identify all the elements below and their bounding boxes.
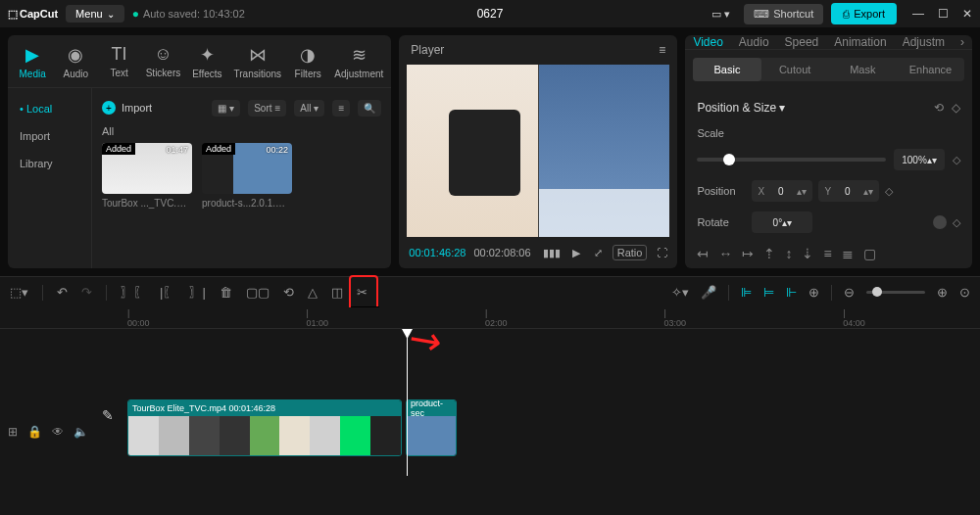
rotate-tool-icon[interactable]: ◫ [331, 285, 343, 300]
tab-audio-insp[interactable]: Audio [739, 35, 769, 49]
crop-tool-icon[interactable]: ✂ Crop [357, 285, 368, 300]
maximize-icon[interactable]: ☐ [938, 7, 949, 21]
align-center-h-icon[interactable]: ↔ [718, 246, 732, 261]
delete-icon[interactable]: 🗑 [220, 285, 232, 300]
reset-icon[interactable]: ⟲ [934, 101, 944, 115]
play-icon[interactable]: ▶ [572, 247, 580, 259]
subtab-basic[interactable]: Basic [693, 58, 760, 81]
sidebar-item-import[interactable]: Import [8, 123, 91, 149]
distribute-v-icon[interactable]: ≣ [842, 246, 854, 261]
undo-icon[interactable]: ↶ [57, 285, 68, 300]
export-button[interactable]: ⎙ Export [831, 3, 897, 24]
tab-animation[interactable]: Animation [834, 35, 886, 49]
snap-marker-icon[interactable]: ⊩ [786, 285, 797, 300]
close-icon[interactable]: ✕ [962, 7, 972, 21]
tab-transitions[interactable]: ⋈Transitions [230, 40, 286, 83]
track-visibility-icon[interactable]: 👁 [52, 425, 64, 439]
sidebar-item-library[interactable]: Library [8, 151, 91, 176]
align-right-icon[interactable]: ↦ [742, 246, 754, 261]
align-bottom-icon[interactable]: ⇣ [802, 246, 813, 261]
added-badge: Added [102, 143, 135, 155]
align-left-icon[interactable]: ↤ [697, 246, 709, 261]
player-menu-icon[interactable]: ≡ [659, 43, 665, 57]
tab-speed[interactable]: Speed [785, 35, 819, 49]
scale-value[interactable]: 100% ▴▾ [894, 149, 945, 170]
tab-audio[interactable]: ◉Audio [55, 40, 96, 83]
search-icon[interactable]: 🔍 [358, 100, 381, 117]
zoom-out-icon[interactable]: ⊖ [844, 285, 855, 300]
distribute-h-icon[interactable]: ≡ [823, 246, 831, 261]
sidebar-item-local[interactable]: • Local [8, 96, 91, 121]
timeline-clip[interactable]: TourBox Elite_TVC.mp4 00:01:46:28 [127, 399, 402, 456]
reverse-icon[interactable]: ⟲ [283, 285, 294, 300]
position-y-input[interactable]: Y0▴▾ [818, 180, 879, 202]
rotate-value[interactable]: 0° ▴▾ [752, 211, 812, 233]
track-header[interactable]: ⊞ 🔒 👁 🔈 [8, 409, 94, 454]
scale-keyframe-icon[interactable]: ◇ [953, 154, 960, 166]
clip-thumbnail[interactable]: Added 00:22 [202, 143, 292, 194]
snap-clip-icon[interactable]: ⊨ [763, 285, 774, 300]
clip-thumbnail[interactable]: Added 01:47 [102, 143, 192, 194]
minimize-icon[interactable]: — [912, 7, 924, 21]
tab-media[interactable]: ▶Media [12, 40, 53, 83]
trim-left-icon[interactable]: |〖 [160, 284, 175, 302]
tab-text[interactable]: TIText [98, 40, 139, 82]
redo-icon[interactable]: ↷ [81, 285, 92, 300]
snap-main-icon[interactable]: ⊫ [741, 285, 752, 300]
sort-button[interactable]: Sort ≡ [248, 100, 286, 117]
select-tool-icon[interactable]: ⬚▾ [10, 285, 28, 300]
ruler-mark: | 04:00 [843, 308, 865, 328]
mic-icon[interactable]: 🎤 [701, 285, 716, 300]
zoom-fit-icon[interactable]: ⊙ [959, 285, 970, 300]
tab-stickers[interactable]: ☺Stickers [142, 40, 185, 82]
tab-adjustment[interactable]: ≋Adjustment [330, 40, 387, 83]
subtab-cutout[interactable]: Cutout [761, 64, 829, 75]
tab-video[interactable]: Video [693, 35, 722, 49]
mirror-icon[interactable]: △ [308, 285, 318, 300]
rotate-keyframe-icon[interactable]: ◇ [953, 216, 960, 229]
track-lock-icon[interactable]: 🔒 [27, 425, 42, 439]
player-preview[interactable] [407, 65, 669, 237]
compare-icon[interactable]: ▮▮▮ [543, 247, 561, 259]
scale-slider[interactable] [697, 158, 886, 162]
tabs-scroll-icon[interactable]: › [960, 35, 964, 49]
tab-filters[interactable]: ◑Filters [287, 40, 328, 83]
project-name[interactable]: 0627 [477, 7, 504, 21]
magic-icon[interactable]: ✧▾ [671, 285, 689, 300]
subtab-enhance[interactable]: Enhance [897, 64, 964, 75]
position-x-input[interactable]: X0▴▾ [752, 180, 812, 202]
ratio-button[interactable]: Ratio [612, 245, 648, 260]
media-clip[interactable]: Added 01:47 TourBox ..._TVC.mp4 [102, 143, 192, 209]
menu-button[interactable]: Menu [66, 5, 124, 23]
align-top-icon[interactable]: ⇡ [763, 246, 775, 261]
position-keyframe-icon[interactable]: ◇ [885, 185, 893, 198]
shortcut-button[interactable]: ⌨ Shortcut [744, 4, 823, 24]
view-toggle[interactable]: ▦ ▾ [212, 100, 240, 117]
track-toggle-icon[interactable]: ⊞ [8, 425, 18, 439]
layout-button[interactable]: ▭ ▾ [706, 6, 736, 23]
keyframe-icon[interactable]: ◇ [952, 101, 960, 115]
tab-effects[interactable]: ✦Effects [186, 40, 227, 83]
zoom-in-icon[interactable]: ⊕ [937, 285, 948, 300]
fullscreen-icon[interactable]: ⛶ [657, 247, 667, 258]
filter-button[interactable]: All ▾ [294, 100, 324, 117]
subtab-mask[interactable]: Mask [829, 64, 897, 75]
import-button[interactable]: +Import [102, 101, 152, 115]
freeze-icon[interactable]: ▢▢ [246, 285, 270, 300]
align-center-v-icon[interactable]: ↕ [785, 246, 792, 261]
preview-render-icon[interactable]: ⊕ [808, 285, 819, 300]
trim-right-icon[interactable]: 〗| [189, 284, 205, 302]
canvas-icon[interactable]: ▢ [863, 246, 876, 261]
rotate-dial[interactable] [933, 215, 947, 229]
timeline-clip[interactable]: product-sec [406, 399, 457, 456]
zoom-slider[interactable] [866, 291, 925, 294]
timeline-ruler[interactable]: | 00:00 | 01:00 | 02:00 | 03:00 | 04:00 … [0, 307, 980, 329]
scale-icon[interactable]: ⤢ [594, 247, 603, 259]
list-options-icon[interactable]: ≡ [332, 100, 350, 117]
tab-adjustment-insp[interactable]: Adjustm [903, 35, 945, 49]
razor-icon[interactable]: ✎ [102, 407, 114, 423]
playhead[interactable] [407, 329, 408, 476]
media-clip[interactable]: Added 00:22 product-s...2.0.1.mp4 [202, 143, 292, 209]
track-mute-icon[interactable]: 🔈 [74, 425, 88, 439]
split-icon[interactable]: 〗〖 [121, 284, 146, 302]
